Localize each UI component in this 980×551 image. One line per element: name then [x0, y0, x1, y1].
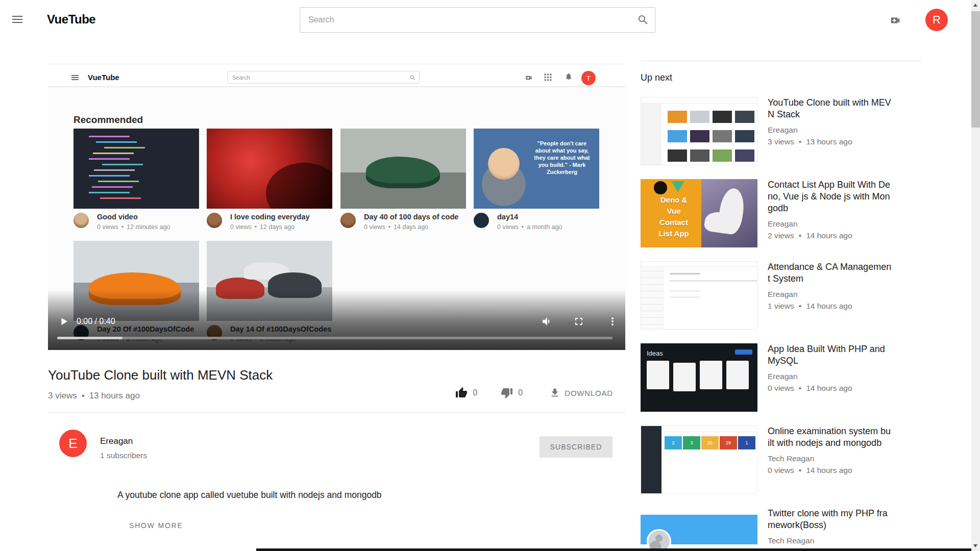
page-scrollbar[interactable] [971, 0, 980, 551]
mini-bell-icon [565, 72, 573, 83]
up-next-thumbnail[interactable]: Deno & Vue Contact List App [641, 179, 757, 247]
thumbnail-text: Deno & Vue Contact List App [646, 194, 702, 239]
thumb-down-icon [501, 387, 513, 399]
up-next-thumbnail[interactable] [641, 508, 757, 551]
up-next-thumbnail[interactable]: Ideas [641, 343, 757, 412]
search-bar [300, 7, 655, 33]
video-controls: 0:00 / 0:40 [48, 314, 625, 330]
up-next-item[interactable]: Ideas App Idea Built With PHP and MySQL … [641, 343, 922, 412]
up-next-meta: 0 views•14 hours ago [768, 466, 891, 475]
up-next-channel: Tech Reagan [768, 454, 891, 463]
up-next-title: Online examination system bu ilt with no… [768, 425, 891, 449]
mini-video-meta: 0 views•14 days ago [364, 223, 458, 231]
up-next-thumbnail[interactable] [641, 97, 757, 165]
video-progress-bar[interactable] [57, 337, 616, 339]
mini-upload-video-icon [524, 74, 534, 84]
app-logo[interactable]: VueTube [47, 12, 95, 27]
mini-video-title: day14 [497, 213, 562, 221]
mini-thumbnail-code [74, 129, 199, 209]
up-next-thumbnail[interactable]: 2 3 26 29 1 [641, 425, 757, 494]
up-next-meta: 2 views•14 hours ago [768, 231, 890, 240]
mini-channel-avatar [74, 213, 89, 228]
channel-name[interactable]: Ereagan [100, 436, 133, 446]
dashboard-tile: 26 [701, 436, 719, 449]
mini-menu-icon [71, 75, 79, 80]
up-next-channel: Ereagan [768, 372, 885, 381]
section-divider [48, 412, 625, 413]
mini-thumbnail-quote: "People don't care about what you say, t… [474, 129, 599, 209]
deno-logo [654, 181, 667, 194]
scroll-down-arrow[interactable] [973, 544, 977, 547]
video-title: YouTube Clone built with MEVN Stack [48, 367, 273, 383]
search-input[interactable] [300, 7, 655, 33]
up-next-list: YouTube Clone built with MEV N Stack Ere… [641, 97, 922, 551]
progress-played [57, 337, 122, 339]
up-next-item[interactable]: Twitter clone with my PHP fra mework(Bos… [641, 508, 922, 551]
more-options-icon[interactable] [606, 315, 619, 330]
mini-video-card: I love coding everyday 0 views•12 days a… [207, 129, 332, 231]
mini-video-title: I love coding everyday [230, 213, 310, 221]
up-next-title: Contact List App Built With De no, Vue j… [768, 179, 890, 214]
subscribed-button[interactable]: SUBSCRIBED [540, 436, 612, 457]
mini-section-title: Recommended [74, 114, 143, 126]
up-next-meta: 3 views•13 hours ago [768, 137, 891, 146]
dashboard-tile: 2 [665, 436, 682, 449]
play-button[interactable] [58, 316, 69, 329]
mini-user-avatar: T [581, 71, 596, 85]
up-next-title: YouTube Clone built with MEV N Stack [768, 97, 891, 120]
thumbnail-text: Ideas [647, 349, 663, 357]
mini-video-card: "People don't care about what you say, t… [474, 129, 599, 231]
up-next-channel: Ereagan [768, 219, 890, 229]
up-next-title: Attendance & CA Managemen t System [768, 261, 891, 285]
up-next-item[interactable]: 2 3 26 29 1 Online examination system bu… [641, 425, 922, 494]
up-next-item[interactable]: YouTube Clone built with MEV N Stack Ere… [641, 97, 922, 165]
volume-icon[interactable] [541, 315, 553, 330]
scrollbar-thumb[interactable] [971, 11, 980, 128]
mini-video-title: Good video [97, 213, 170, 221]
dislike-count: 0 [518, 388, 523, 397]
up-next-meta: 1 views•14 hours ago [768, 302, 891, 311]
user-avatar[interactable]: R [925, 9, 948, 31]
video-description: A youtube clone app called vuetube built… [117, 490, 382, 500]
download-button[interactable]: DOWNLOAD [549, 387, 613, 398]
show-more-button[interactable]: SHOW MORE [129, 521, 183, 530]
menu-icon[interactable] [12, 16, 22, 23]
mini-thumbnail-green-car [340, 129, 466, 209]
up-next-meta: 0 views•14 hours ago [768, 384, 885, 393]
search-icon[interactable] [637, 14, 649, 28]
mini-search-input [227, 71, 420, 84]
download-icon [549, 387, 560, 398]
mini-channel-avatar [340, 213, 356, 228]
fullscreen-icon[interactable] [573, 315, 585, 330]
video-player[interactable]: VueTube [48, 50, 625, 350]
scroll-up-arrow[interactable] [973, 4, 977, 7]
up-next-sidebar: Up next YouTube Clone built with MEV N S… [641, 50, 922, 551]
vue-logo [671, 181, 684, 192]
mini-search-icon [409, 74, 416, 83]
up-next-item[interactable]: Attendance & CA Managemen t System Ereag… [641, 261, 922, 330]
thumb-up-icon [455, 387, 468, 399]
up-next-item[interactable]: Deno & Vue Contact List App Contact List… [641, 179, 922, 247]
channel-subscribers: 1 subscribers [100, 451, 147, 460]
mini-video-meta: 0 views•a month ago [497, 223, 562, 231]
mini-video-card: Good video 0 views•12 minutes ago [74, 129, 199, 231]
like-button[interactable]: 0 [455, 387, 477, 399]
dislike-button[interactable]: 0 [501, 387, 523, 399]
up-next-channel: Tech Reagan [768, 536, 888, 545]
mini-channel-avatar [474, 213, 489, 228]
up-next-thumbnail[interactable] [641, 261, 757, 330]
up-next-channel: Ereagan [768, 290, 891, 299]
mini-search-bar [227, 71, 420, 84]
dinosaur-illustration [717, 187, 746, 236]
time-display: 0:00 / 0:40 [77, 317, 115, 326]
mini-video-card: Day 40 of 100 days of code 0 views•14 da… [340, 129, 466, 231]
upload-video-icon[interactable] [888, 15, 902, 28]
video-mini-header: VueTube [48, 64, 625, 87]
video-actions: 0 0 DOWNLOAD [455, 387, 613, 399]
mini-apps-grid-icon [544, 73, 552, 83]
channel-avatar[interactable]: E [59, 430, 87, 457]
mini-channel-avatar [207, 213, 222, 228]
main-column: VueTube [48, 50, 625, 551]
like-count: 0 [473, 388, 477, 397]
mini-thumbnail-red-car [207, 129, 332, 209]
